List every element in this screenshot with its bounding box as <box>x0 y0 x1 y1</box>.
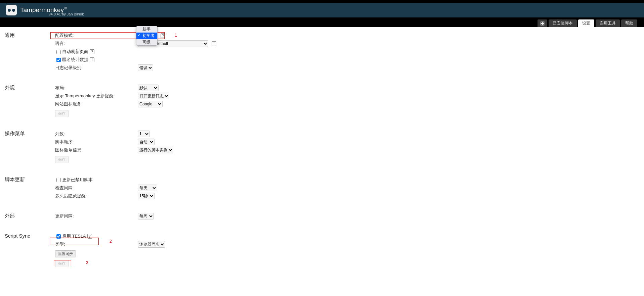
select-show-update[interactable]: 打开更新日志 <box>138 93 169 99</box>
label-update-disabled: 更新已禁用脚本 <box>62 177 93 183</box>
help-icon[interactable]: ? <box>161 33 165 38</box>
info-icon[interactable]: i <box>90 57 94 62</box>
select-badge[interactable]: 运行的脚本实例 <box>138 147 173 153</box>
label-check-interval: 检查间隔: <box>55 185 138 191</box>
select-log-level[interactable]: 错误 <box>138 64 153 71</box>
label-cols: 列数: <box>55 131 138 137</box>
tab-add[interactable]: ⊞ <box>538 19 547 27</box>
select-layout[interactable]: 默认 <box>138 85 159 91</box>
label-language: 语言: <box>55 41 138 47</box>
app-subtitle: v4.8.41 by Jan Biniok <box>49 12 84 16</box>
label-ext-update-interval: 更新间隔: <box>55 213 138 219</box>
label-log-level: 日志记录级别: <box>55 65 138 71</box>
section-general-title: 通用 <box>5 32 55 39</box>
save-button[interactable]: 保存 <box>55 260 69 267</box>
label-layout: 布局: <box>55 85 138 91</box>
tab-tools[interactable]: 实用工具 <box>596 19 620 27</box>
section-update-title: 脚本更新 <box>5 177 55 183</box>
tab-settings[interactable]: 设置 <box>578 19 594 27</box>
config-mode-dropdown[interactable]: 新手 初学者 高级 <box>136 26 158 46</box>
select-sync-type[interactable]: 浏览器同步 <box>138 241 165 248</box>
select-cols[interactable]: 1 <box>138 131 150 137</box>
select-check-interval[interactable]: 每天 <box>138 185 157 191</box>
tabbar: ⊞ 已安装脚本 设置 实用工具 帮助 <box>0 17 644 27</box>
help-icon[interactable]: ? <box>87 234 92 239</box>
label-anon-stats: 匿名统计数据 <box>62 57 88 63</box>
select-script-order[interactable]: 自动 <box>138 139 155 145</box>
config-mode-option-beginner[interactable]: 初学者 <box>136 33 157 39</box>
label-auto-refresh: 自动刷新页面 <box>62 49 88 55</box>
select-hide-after[interactable]: 15秒 <box>138 193 155 199</box>
checkbox-auto-refresh[interactable] <box>56 50 61 54</box>
app-title-reg: ® <box>65 6 67 10</box>
label-show-update: 显示 Tampermonkey 更新提醒: <box>55 93 138 99</box>
label-hide-after: 多久后隐藏提醒: <box>55 193 138 199</box>
label-sync-type: 类型: <box>55 241 138 247</box>
section-external-title: 外部 <box>5 213 55 219</box>
tab-installed[interactable]: 已安装脚本 <box>549 19 577 27</box>
label-config-mode: 配置模式: <box>55 33 138 39</box>
label-favicon: 网站图标服务: <box>55 101 138 107</box>
tab-help[interactable]: 帮助 <box>621 19 637 27</box>
info-icon[interactable]: i <box>212 41 216 46</box>
app-logo-icon <box>6 5 17 15</box>
config-mode-option-advanced[interactable]: 高级 <box>136 39 157 45</box>
section-menu-title: 操作菜单 <box>5 131 55 137</box>
help-icon[interactable]: ? <box>90 49 94 54</box>
save-button[interactable]: 保存 <box>55 156 69 163</box>
checkbox-update-disabled[interactable] <box>56 178 61 182</box>
label-script-order: 脚本顺序: <box>55 139 138 145</box>
save-button[interactable]: 保存 <box>55 110 69 117</box>
select-favicon[interactable]: Google <box>138 101 163 107</box>
label-badge: 图标徽章信息: <box>55 147 138 153</box>
reset-sync-button[interactable]: 重置同步 <box>55 250 76 257</box>
config-mode-option-novice[interactable]: 新手 <box>136 26 157 33</box>
checkbox-anon-stats[interactable] <box>56 58 61 62</box>
select-ext-update-interval[interactable]: 每周 <box>138 213 154 219</box>
section-sync-title: Script Sync <box>5 233 55 239</box>
checkbox-enable-tesla[interactable] <box>56 234 61 239</box>
label-enable-tesla: 启用 TESLA <box>62 233 86 239</box>
section-appearance-title: 外观 <box>5 85 55 91</box>
app-header: Tampermonkey ® v4.8.41 by Jan Biniok <box>0 3 644 17</box>
